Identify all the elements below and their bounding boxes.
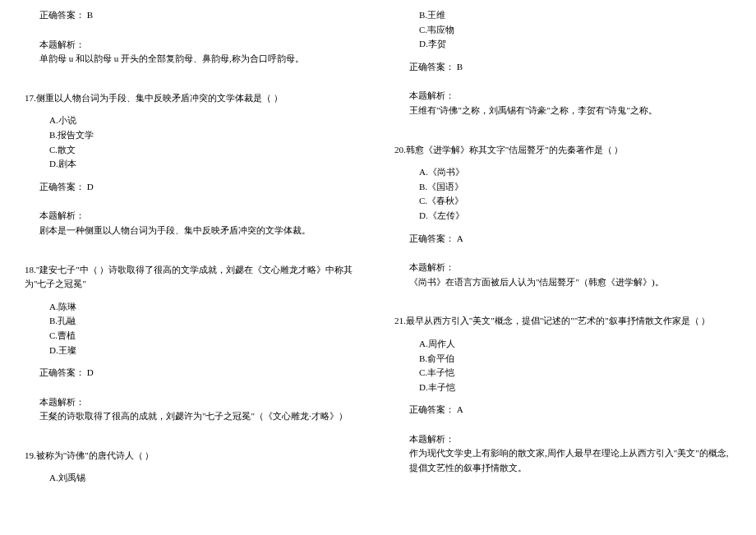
q18-options: A.陈琳 B.孔融 C.曹植 D.王璨 xyxy=(49,300,362,357)
q20-analysis-block: 本题解析： 《尚书》在语言方面被后人认为"佶屈聱牙"（韩愈《进学解》)。 xyxy=(394,261,731,289)
option-a: A.周作人 xyxy=(419,337,731,352)
q18-analysis-block: 本题解析： 王粲的诗歌取得了很高的成就，刘勰许为"七子之冠冕"（《文心雕龙·才略… xyxy=(25,395,362,424)
analysis-label: 本题解析： xyxy=(409,261,731,275)
answer-label: 正确答案： A xyxy=(409,233,463,243)
answer-label: 正确答案： D xyxy=(39,367,94,377)
option-a: A.小说 xyxy=(49,113,362,128)
q19-answer-block: 正确答案： B xyxy=(394,60,731,75)
q21-text: 21.最早从西方引入"美文"概念，提倡"记述的""艺术的"叙事抒情散文作家是（ … xyxy=(394,314,731,329)
q19-analysis-block: 本题解析： 王维有"诗佛"之称，刘禹锡有"诗豪"之称，李贺有"诗鬼"之称。 xyxy=(394,89,731,118)
analysis-label: 本题解析： xyxy=(39,209,362,224)
option-d: D.李贺 xyxy=(419,37,731,52)
option-c: C.曹植 xyxy=(49,329,362,344)
answer-value: D xyxy=(87,367,94,377)
answer-label-text: 正确答案： xyxy=(39,10,85,20)
q16-answer-block: 正确答案： B xyxy=(25,8,362,23)
option-b: B.《国语》 xyxy=(419,180,731,195)
q20-options: A.《尚书》 B.《国语》 C.《春秋》 D.《左传》 xyxy=(419,165,731,223)
analysis-label: 本题解析： xyxy=(39,38,362,53)
right-column: B.王维 C.韦应物 D.李贺 正确答案： B 本题解析： 王维有"诗佛"之称，… xyxy=(394,8,731,527)
answer-value: A xyxy=(457,233,463,243)
answer-label-text: 正确答案： xyxy=(409,404,454,414)
q17-answer-block: 正确答案： D xyxy=(25,180,362,195)
answer-value: A xyxy=(457,404,463,414)
answer-label-text: 正确答案： xyxy=(409,233,454,243)
q20-text: 20.韩愈《进学解》称其文字"佶屈聱牙"的先秦著作是（ ） xyxy=(394,143,731,158)
answer-label: 正确答案： A xyxy=(409,404,463,414)
left-column: 正确答案： B 本题解析： 单韵母 u 和以韵母 u 开头的全部复韵母、鼻韵母,… xyxy=(25,8,362,527)
analysis-label: 本题解析： xyxy=(409,432,731,447)
q19-text: 19.被称为"诗佛"的唐代诗人（ ） xyxy=(25,449,362,464)
analysis-text: 作为现代文学史上有影响的散文家,周作人最早在理论上从西方引入"美文"的概念,提倡… xyxy=(409,446,731,475)
option-b: B.王维 xyxy=(419,8,731,23)
analysis-text: 王维有"诗佛"之称，刘禹锡有"诗豪"之称，李贺有"诗鬼"之称。 xyxy=(409,104,731,118)
answer-label: 正确答案： B xyxy=(409,62,463,71)
q19-options-cont: B.王维 C.韦应物 D.李贺 xyxy=(419,8,731,52)
option-b: B.孔融 xyxy=(49,314,362,329)
answer-value: D xyxy=(87,182,94,191)
option-d: D.剧本 xyxy=(49,157,362,172)
q18-answer-block: 正确答案： D xyxy=(25,366,362,380)
q19-options: A.刘禹锡 xyxy=(49,471,362,486)
analysis-text: 单韵母 u 和以韵母 u 开头的全部复韵母、鼻韵母,称为合口呼韵母。 xyxy=(39,52,362,67)
option-d: D.《左传》 xyxy=(419,209,731,224)
analysis-text: 王粲的诗歌取得了很高的成就，刘勰许为"七子之冠冕"（《文心雕龙·才略》） xyxy=(39,409,362,424)
q21-answer-block: 正确答案： A xyxy=(394,403,731,417)
q17-text: 17.侧重以人物台词为手段、集中反映矛盾冲突的文学体裁是（ ） xyxy=(25,91,362,106)
q17-analysis-block: 本题解析： 剧本是一种侧重以人物台词为手段、集中反映矛盾冲突的文学体裁。 xyxy=(25,209,362,238)
option-a: A.刘禹锡 xyxy=(49,471,362,486)
analysis-text: 《尚书》在语言方面被后人认为"佶屈聱牙"（韩愈《进学解》)。 xyxy=(409,275,731,290)
option-d: D.丰子恺 xyxy=(419,380,731,395)
answer-label-text: 正确答案： xyxy=(409,62,454,71)
analysis-label: 本题解析： xyxy=(39,395,362,410)
analysis-text: 剧本是一种侧重以人物台词为手段、集中反映矛盾冲突的文学体裁。 xyxy=(39,224,362,238)
option-c: C.散文 xyxy=(49,143,362,158)
answer-label-text: 正确答案： xyxy=(39,367,85,377)
option-a: A.《尚书》 xyxy=(419,165,731,180)
option-b: B.报告文学 xyxy=(49,128,362,143)
answer-label: 正确答案： D xyxy=(39,182,94,191)
q21-analysis-block: 本题解析： 作为现代文学史上有影响的散文家,周作人最早在理论上从西方引入"美文"… xyxy=(394,432,731,476)
answer-label-text: 正确答案： xyxy=(39,182,85,191)
option-d: D.王璨 xyxy=(49,344,362,358)
option-c: C.丰子恺 xyxy=(419,366,731,380)
analysis-label: 本题解析： xyxy=(409,89,731,104)
q21-options: A.周作人 B.俞平伯 C.丰子恺 D.丰子恺 xyxy=(419,337,731,394)
option-a: A.陈琳 xyxy=(49,300,362,315)
option-c: C.韦应物 xyxy=(419,23,731,38)
answer-value: B xyxy=(457,62,463,71)
answer-label: 正确答案： B xyxy=(39,10,93,20)
answer-value: B xyxy=(87,10,93,20)
q20-answer-block: 正确答案： A xyxy=(394,232,731,247)
q16-analysis-block: 本题解析： 单韵母 u 和以韵母 u 开头的全部复韵母、鼻韵母,称为合口呼韵母。 xyxy=(25,38,362,67)
q18-text: 18."建安七子"中（ ）诗歌取得了很高的文学成就，刘勰在《文心雕龙才略》中称其… xyxy=(25,263,362,292)
option-b: B.俞平伯 xyxy=(419,352,731,367)
option-c: C.《春秋》 xyxy=(419,194,731,209)
q17-options: A.小说 B.报告文学 C.散文 D.剧本 xyxy=(49,113,362,171)
